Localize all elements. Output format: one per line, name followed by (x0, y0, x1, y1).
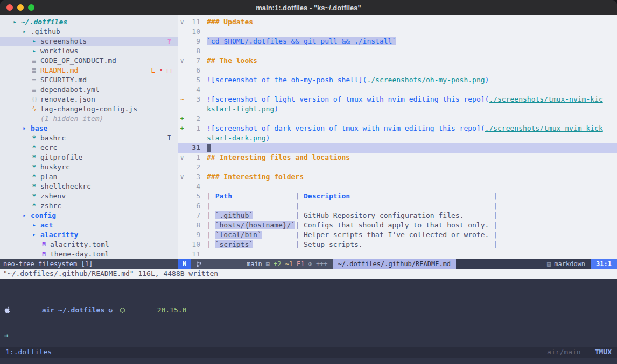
text-segment (350, 192, 493, 200)
editor-line[interactable]: 6 (178, 66, 617, 75)
editor-line[interactable]: 2 (178, 162, 617, 172)
minimize-button[interactable] (17, 4, 24, 11)
editor-line[interactable]: ∨7## The looks (178, 56, 617, 66)
tree-item-label: huskyrc (40, 162, 70, 172)
tree-item-workflows[interactable]: ▸workflows (0, 46, 178, 56)
traffic-lights (6, 4, 34, 11)
shell-area[interactable]: air ~/.dotfiles ↻ 20.15.0 → 1:.dotfiles … (0, 279, 617, 364)
tree-item-base[interactable]: ▸base (0, 124, 178, 133)
editor-line[interactable]: 5| Path | Description | (178, 191, 617, 201)
text-segment: Path (215, 192, 232, 200)
tree-item-ecrc[interactable]: *ecrc (0, 143, 178, 153)
git-branch-icon (196, 241, 243, 269)
editor-line[interactable]: 7| `.github` | GitHub Repository configu… (178, 211, 617, 220)
editor-pane[interactable]: ∨11### Updates 10 9`cd $HOME/.dotfiles &… (178, 15, 617, 269)
editor-line[interactable]: 8| `hosts/{hostname}/`| Configs that sho… (178, 220, 617, 230)
tree-item-dotfiles[interactable]: ▸~/.dotfiles (0, 17, 178, 27)
tree-item-dependabot-yml[interactable]: ≣dependabot.yml (0, 85, 178, 95)
editor-line[interactable]: 31 (178, 143, 617, 153)
line-text: kstart-light.png) (207, 104, 617, 114)
tmux-window-item[interactable]: 1:.dotfiles (5, 347, 52, 358)
zoom-button[interactable] (28, 4, 34, 11)
gutter-sign (178, 201, 186, 211)
editor-line[interactable]: kstart-light.png) (178, 104, 617, 114)
text-segment: | (295, 231, 304, 239)
editor-line[interactable]: ∨1## Interesting files and locations (178, 153, 617, 162)
editor-line[interactable]: ∨3### Interesting folders (178, 172, 617, 182)
tree-item-readme-md[interactable]: ≣README.mdE•□ (0, 66, 178, 75)
line-text: | `hosts/{hostname}/`| Configs that shou… (207, 220, 617, 230)
editor-line[interactable]: ∨11### Updates (178, 17, 617, 27)
tree-item-label: workflows (40, 46, 78, 56)
node-icon (120, 291, 153, 330)
line-number: 31 (186, 143, 207, 153)
line-text: ### Interesting folders (207, 172, 617, 182)
line-text: | ------------------ | -----------------… (207, 201, 617, 211)
tree-item-huskyrc[interactable]: *huskyrc (0, 162, 178, 172)
gutter-sign (178, 133, 186, 143)
tree-item-theme-day-toml[interactable]: Mtheme-day.toml (0, 249, 178, 259)
tree-item-gitprofile[interactable]: *gitprofile (0, 153, 178, 162)
editor-line[interactable]: 9`cd $HOME/.dotfiles && git pull && ./in… (178, 37, 617, 46)
tree-item-alacritty[interactable]: ▸alacritty (0, 230, 178, 240)
line-text (207, 249, 617, 259)
tree-item-security-md[interactable]: ≣SECURITY.md (0, 75, 178, 85)
tree-item-act[interactable]: ▸act (0, 220, 178, 230)
editor-line[interactable]: 4 (178, 85, 617, 95)
line-text: ![screenshot of light version of tmux wi… (207, 95, 617, 104)
tree-item-screenshots[interactable]: ▸screenshots? (0, 37, 178, 46)
line-number: 2 (186, 114, 207, 124)
line-number: 5 (186, 191, 207, 201)
editor-line[interactable]: +2 (178, 114, 617, 124)
star-icon: * (30, 182, 38, 191)
text-segment: kstart-light.png (207, 105, 274, 113)
tree-item-label: alacritty.toml (50, 240, 109, 249)
text-segment: ) (266, 134, 270, 142)
close-button[interactable] (6, 4, 13, 11)
tree-item-tag-changelog-config-js[interactable]: ϟtag-changelog-config.js (0, 104, 178, 114)
text-segment: ### Updates (207, 18, 253, 26)
tree-item-renovate-json[interactable]: {}renovate.json (0, 95, 178, 104)
editor-line[interactable]: 11 (178, 249, 617, 259)
editor-line[interactable]: start-dark.png) (178, 133, 617, 143)
tree-item-github[interactable]: ▸.github (0, 27, 178, 37)
gutter-sign (178, 104, 186, 114)
editor-line[interactable]: 10 (178, 27, 617, 37)
editor-line[interactable]: +1![screenshot of dark version of tmux w… (178, 124, 617, 133)
text-segment: ![screenshot of dark version of tmux wit… (207, 124, 485, 132)
arrow-icon: ▸ (30, 230, 38, 240)
tree-item-label: .github (31, 27, 60, 37)
editor-line[interactable]: 5![screenshot of the oh-my-posh shell](.… (178, 75, 617, 85)
tree-item-plan[interactable]: *plan (0, 172, 178, 182)
filetype-label: markdown (554, 259, 585, 269)
tree-item-bashrc[interactable]: *bashrcI (0, 133, 178, 143)
gutter-sign (178, 230, 186, 240)
line-text (207, 182, 617, 191)
tree-item-zshrc[interactable]: *zshrc (0, 201, 178, 211)
gutter-sign (178, 46, 186, 56)
shell-prompt: air ~/.dotfiles ↻ 20.15.0 (0, 279, 617, 330)
badge: ? (167, 37, 171, 46)
tree-item-label: README.md (40, 66, 78, 75)
tree-item-code-of-conduct-md[interactable]: ≣CODE_OF_CONDUCT.md (0, 56, 178, 66)
editor-line[interactable]: 10| `scripts` | Setup scripts. | (178, 240, 617, 249)
tree-item-config[interactable]: ▸config (0, 211, 178, 220)
editor-line[interactable]: 4 (178, 182, 617, 191)
text-segment: `hosts/{hostname}/` (215, 221, 296, 229)
text-segment (253, 211, 295, 219)
text-segment: GitHub Repository configuration files. (304, 211, 464, 219)
diagnostics-errors: E1 (297, 259, 304, 269)
tree-item-zshenv[interactable]: *zshenv (0, 191, 178, 201)
tree-item-alacritty-toml[interactable]: Malacritty.toml (0, 240, 178, 249)
text-segment: ![screenshot of light version of tmux wi… (207, 95, 489, 103)
git-segment: main ⊞ +2 ~1 E1 ⊙ +++ (191, 259, 332, 269)
editor-line[interactable]: ~3![screenshot of light version of tmux … (178, 95, 617, 104)
text-segment: ## The looks (207, 56, 257, 65)
editor-lines: ∨11### Updates 10 9`cd $HOME/.dotfiles &… (178, 15, 617, 259)
line-text: ## Interesting files and locations (207, 153, 617, 162)
editor-line[interactable]: 6| ------------------ | ----------------… (178, 201, 617, 211)
tree-item-1-hidden-item[interactable]: (1 hidden item) (0, 114, 178, 124)
editor-line[interactable]: 9| `local/bin` | Helper scripts that I'v… (178, 230, 617, 240)
tree-item-shellcheckrc[interactable]: *shellcheckrc (0, 182, 178, 191)
editor-line[interactable]: 8 (178, 46, 617, 56)
